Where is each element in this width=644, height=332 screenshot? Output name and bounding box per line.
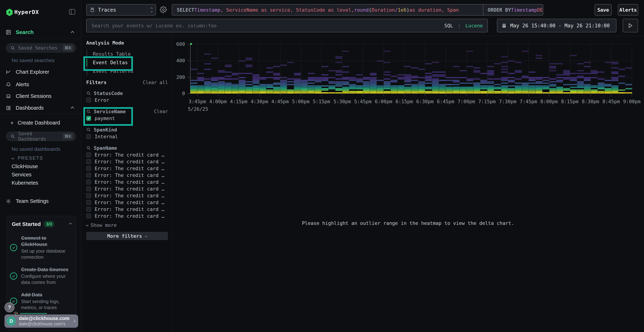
checkbox-unchecked[interactable] xyxy=(86,214,91,218)
select-chevrons-icon xyxy=(151,8,152,12)
checkbox-unchecked[interactable] xyxy=(86,193,91,198)
code-token: , ServiceName as service, StatusCode as … xyxy=(220,7,354,13)
code-token: as duration, Span xyxy=(410,7,459,13)
presets-label: PRESETS xyxy=(18,155,43,161)
filter-group-name[interactable]: SpanKind xyxy=(94,127,117,132)
get-started-title: Get Started xyxy=(12,221,41,227)
filter-option-error-the-credit-card-[interactable]: Error: The credit card … xyxy=(86,199,168,206)
chart-line-icon xyxy=(6,70,11,75)
checkbox-unchecked[interactable] xyxy=(86,207,91,212)
sidebar-item-alerts[interactable]: Alerts xyxy=(6,82,29,88)
more-filters-button[interactable]: More filters xyxy=(86,232,168,240)
heatmap-drag-handle[interactable] xyxy=(190,43,192,45)
filter-clear-button[interactable]: Clear xyxy=(154,109,168,114)
filter-group-name[interactable]: StatusCode xyxy=(94,90,123,96)
search-input[interactable]: Search your events w/ Lucene ex. column:… xyxy=(86,19,488,32)
search-icon xyxy=(10,134,15,139)
no-saved-searches-text: No saved searches xyxy=(12,58,54,63)
sidebar-section-search[interactable]: Search xyxy=(6,29,34,35)
filter-option-error-the-credit-card-[interactable]: Error: The credit card … xyxy=(86,212,168,219)
filter-option-error-the-credit-card-[interactable]: Error: The credit card … xyxy=(86,206,168,212)
checkbox-unchecked[interactable] xyxy=(86,159,91,164)
preset-item-kubernetes[interactable]: Kubernetes xyxy=(12,180,38,186)
date-range-value: May 26 15:40:00 - May 26 21:10:00 xyxy=(510,23,610,28)
analysis-mode-results-table[interactable]: Results Table xyxy=(87,50,168,58)
user-team: dale@clickhouse.com's xyxy=(19,321,73,326)
sidebar-collapse-icon[interactable] xyxy=(69,9,75,14)
filter-group-name[interactable]: SpanName xyxy=(94,145,117,151)
filter-group-name[interactable]: ServiceName xyxy=(94,109,126,114)
show-more-button[interactable]: Show more xyxy=(86,221,168,229)
filter-group-spankind: SpanKindInternal xyxy=(86,126,168,140)
clear-all-button[interactable]: Clear all xyxy=(143,80,168,85)
analysis-mode-event-deltas[interactable]: Event Deltas xyxy=(87,58,168,67)
saved-searches-input[interactable]: Saved Searches ⌘K xyxy=(6,43,76,52)
chevron-down-icon xyxy=(12,157,14,160)
sidebar-item-label: Alerts xyxy=(16,82,29,88)
chevron-up-icon[interactable] xyxy=(71,106,74,110)
create-dashboard-button[interactable]: + Create Dashboard xyxy=(10,120,60,126)
filter-option-error-the-credit-card-[interactable]: Error: The credit card … xyxy=(86,172,168,178)
checkbox-unchecked[interactable] xyxy=(86,200,91,205)
sidebar-item-dashboards[interactable]: Dashboards xyxy=(6,105,44,111)
get-started-item-title: Add Data xyxy=(21,292,71,298)
checkbox-unchecked[interactable] xyxy=(86,166,91,171)
preset-item-services[interactable]: Services xyxy=(12,172,32,178)
filter-option-error-the-credit-card-[interactable]: Error: The credit card … xyxy=(86,178,168,185)
presets-toggle[interactable]: PRESETS xyxy=(12,155,43,161)
checkbox-unchecked[interactable] xyxy=(86,134,91,139)
create-dashboard-label: Create Dashboard xyxy=(18,120,60,126)
checkbox-unchecked[interactable] xyxy=(86,186,91,191)
get-started-item[interactable]: Create Data SourcesConfigure where your … xyxy=(10,266,75,285)
latency-heatmap[interactable] xyxy=(190,44,632,97)
sidebar-item-chart-explorer[interactable]: Chart Explorer xyxy=(6,69,49,75)
filter-option-error-the-credit-card-[interactable]: Error: The credit card … xyxy=(86,158,168,165)
sidebar-item-label: Client Sessions xyxy=(16,93,52,99)
filter-option-internal[interactable]: Internal xyxy=(86,133,168,140)
filter-option-error-the-credit-card-[interactable]: Error: The credit card … xyxy=(86,165,168,172)
source-settings-button[interactable] xyxy=(160,6,167,14)
sidebar-item-client-sessions[interactable]: Client Sessions xyxy=(6,93,52,99)
sql-select-editor[interactable]: SELECT Timestamp, ServiceName as service… xyxy=(172,4,488,16)
sql-mode-option[interactable]: SQL xyxy=(444,23,453,28)
analysis-mode-event-patterns[interactable]: Event Patterns xyxy=(87,67,168,75)
code-token: Timestamp xyxy=(511,7,537,13)
delta-chart-empty-message: Please highlight an outlier range in the… xyxy=(172,220,644,226)
chevron-up-icon[interactable] xyxy=(71,31,74,34)
saved-dashboards-placeholder: Saved Dashboards xyxy=(18,131,62,142)
get-started-item[interactable]: Connect to ClickHouseSet up your databas… xyxy=(10,235,75,260)
get-started-item[interactable]: Add DataStart sending logs, metrics, or … xyxy=(10,292,75,310)
get-started-item-desc: Start sending logs, metrics, or traces xyxy=(21,298,71,310)
preset-item-clickhouse[interactable]: ClickHouse xyxy=(12,164,38,170)
sidebar-item-team-settings[interactable]: Team Settings xyxy=(6,198,49,204)
filter-option-label: Error: The credit card … xyxy=(95,193,164,198)
filter-option-error[interactable]: Error xyxy=(86,96,168,104)
journal-search-icon xyxy=(6,30,11,35)
checkbox-checked[interactable] xyxy=(86,116,91,121)
filter-option-error-the-credit-card-[interactable]: Error: The credit card … xyxy=(86,192,168,199)
code-token: ORDER BY xyxy=(488,7,511,13)
help-button[interactable]: ? xyxy=(4,302,14,312)
checkbox-unchecked[interactable] xyxy=(86,173,91,178)
filter-option-label: Error: The credit card … xyxy=(95,186,164,192)
saved-dashboards-input[interactable]: Saved Dashboards ⌘K xyxy=(6,132,76,141)
checkbox-unchecked[interactable] xyxy=(86,98,91,102)
order-by-editor[interactable]: ORDER BY Timestamp DESC xyxy=(483,4,543,16)
date-range-picker[interactable]: May 26 15:40:00 - May 26 21:10:00 xyxy=(497,19,616,32)
save-button[interactable]: Save xyxy=(595,4,612,16)
filter-option-error-the-credit-card-[interactable]: Error: The credit card … xyxy=(86,151,168,158)
language-toggle[interactable]: SQL | Lucene xyxy=(444,23,483,28)
alerts-button[interactable]: Alerts xyxy=(618,4,638,16)
source-select[interactable]: Traces xyxy=(86,4,156,16)
show-more-label: Show more xyxy=(90,222,117,228)
get-started-item-title: Connect to ClickHouse xyxy=(21,235,71,248)
bell-icon xyxy=(6,82,11,87)
user-menu[interactable]: D dale@clickhouse.com dale@clickhouse.co… xyxy=(4,314,78,328)
filter-option-error-the-credit-card-[interactable]: Error: The credit card … xyxy=(86,185,168,192)
filter-option-payment[interactable]: payment xyxy=(86,115,168,122)
run-query-button[interactable] xyxy=(623,19,638,32)
checkbox-unchecked[interactable] xyxy=(86,152,91,157)
lucene-mode-option[interactable]: Lucene xyxy=(465,23,483,28)
chevron-up-icon[interactable] xyxy=(69,223,72,226)
checkbox-unchecked[interactable] xyxy=(86,180,91,184)
